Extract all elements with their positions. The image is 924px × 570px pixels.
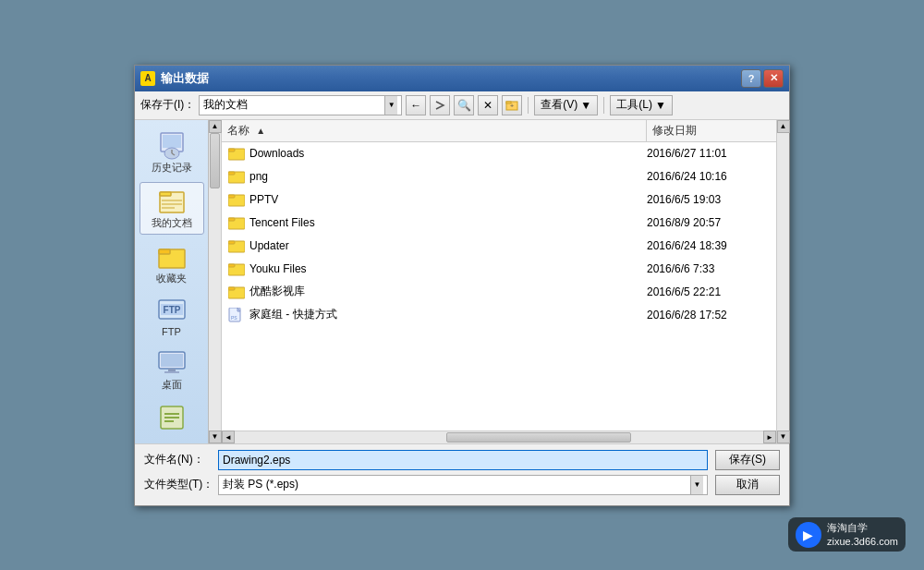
watermark-site: 海淘自学: [827, 521, 898, 534]
hscroll-thumb[interactable]: [446, 432, 631, 443]
sidebar-icon-favorites: [157, 242, 187, 272]
file-date: 2016/6/28 17:52: [647, 309, 776, 321]
scroll-thumb[interactable]: [210, 133, 220, 188]
svg-rect-9: [160, 192, 171, 196]
close-button[interactable]: ✕: [763, 69, 784, 88]
file-date: 2016/6/24 10:16: [647, 170, 776, 183]
toolbar-separator2: [603, 97, 604, 114]
view-button[interactable]: 查看(V) ▼: [534, 95, 598, 115]
scroll-up-button[interactable]: ▲: [209, 120, 222, 133]
col-date-header[interactable]: 修改日期: [647, 120, 776, 141]
watermark-logo: ▶: [796, 522, 821, 548]
svg-rect-14: [159, 249, 170, 254]
cancel-button[interactable]: 取消: [715, 475, 780, 495]
hscroll-left-button[interactable]: ◄: [222, 431, 235, 443]
file-list: Downloads 2016/6/27 11:01 png 2016/6/24 …: [222, 142, 776, 431]
svg-rect-20: [168, 369, 176, 371]
file-icon: [227, 283, 246, 301]
sidebar-item-history[interactable]: 历史记录: [140, 127, 204, 178]
file-name: Tencent Files: [249, 216, 647, 229]
sidebar-icon-history: [157, 131, 187, 161]
file-list-scrollbar[interactable]: ▲ ▼: [776, 120, 789, 443]
svg-rect-31: [228, 195, 235, 198]
svg-rect-21: [164, 371, 179, 373]
sidebar-scrollbar[interactable]: ▲ ▼: [209, 120, 222, 443]
filetype-combo-arrow[interactable]: ▼: [690, 476, 703, 494]
filename-input[interactable]: [218, 450, 708, 470]
view-label: 查看(V): [541, 97, 578, 113]
svg-rect-19: [161, 354, 183, 367]
file-row[interactable]: png 2016/6/24 10:16: [222, 165, 776, 188]
file-row[interactable]: PPTV 2016/6/5 19:03: [222, 188, 776, 212]
toolbar-separator: [528, 97, 529, 114]
path-combo-arrow[interactable]: ▼: [384, 96, 397, 115]
nav-forward-button[interactable]: [430, 95, 450, 115]
file-scroll-up-button[interactable]: ▲: [777, 120, 790, 133]
svg-rect-4: [163, 135, 181, 148]
file-name: png: [249, 170, 647, 183]
new-folder-button[interactable]: +: [502, 95, 522, 115]
svg-rect-29: [228, 172, 235, 175]
file-name: 家庭组 - 快捷方式: [249, 307, 647, 322]
file-row[interactable]: Downloads 2016/6/27 11:01: [222, 142, 776, 165]
title-bar: A 输出数据 ? ✕: [135, 66, 789, 91]
filetype-row: 文件类型(T)： 封装 PS (*.eps) ▼ 取消: [144, 475, 780, 495]
sidebar-item-extra[interactable]: [140, 399, 204, 436]
svg-rect-39: [228, 287, 235, 290]
file-icon: [227, 190, 246, 209]
sidebar-label-history: 历史记录: [152, 161, 192, 175]
sidebar-icon-extra: [157, 403, 187, 432]
delete-button[interactable]: ✕: [478, 95, 498, 115]
nav-back-button[interactable]: ←: [406, 95, 426, 115]
sidebar-label-desktop: 桌面: [162, 378, 182, 392]
file-name: Downloads: [249, 147, 647, 160]
svg-rect-12: [162, 207, 175, 209]
file-row[interactable]: Updater 2016/6/24 18:39: [222, 235, 776, 258]
file-date: 2016/6/24 18:39: [647, 239, 776, 252]
filename-row: 文件名(N)： 保存(S): [144, 450, 780, 470]
file-date: 2016/6/6 7:33: [647, 262, 776, 275]
save-button[interactable]: 保存(S): [715, 450, 780, 470]
file-date: 2016/6/5 22:21: [647, 285, 776, 298]
file-name: Youku Files: [249, 262, 647, 275]
col-name-header[interactable]: 名称 ▲: [222, 120, 647, 141]
file-row[interactable]: Tencent Files 2016/8/9 20:57: [222, 212, 776, 235]
hscroll-right-button[interactable]: ►: [763, 431, 776, 443]
sidebar: 历史记录 我的文档 收藏夹 FTP FTP: [135, 120, 209, 443]
main-content: 历史记录 我的文档 收藏夹 FTP FTP: [135, 120, 789, 443]
svg-rect-37: [228, 264, 235, 267]
svg-rect-33: [228, 218, 235, 221]
watermark-url: zixue.3d66.com: [827, 535, 898, 548]
file-scroll-down-button[interactable]: ▼: [777, 431, 790, 443]
save-at-label: 保存于(I)：: [140, 97, 195, 113]
bottom-area: 文件名(N)： 保存(S) 文件类型(T)： 封装 PS (*.eps) ▼ 取…: [135, 443, 789, 505]
file-icon: [227, 236, 246, 255]
sidebar-icon-ftp: FTP: [157, 297, 187, 326]
file-date: 2016/6/5 19:03: [647, 193, 776, 206]
dialog-window: A 输出数据 ? ✕ 保存于(I)： 我的文档 ▼ ← 🔍 ✕ + 查看(: [134, 65, 790, 506]
file-icon: PS: [227, 306, 246, 324]
path-value: 我的文档: [203, 97, 248, 113]
window-title: 输出数据: [161, 70, 741, 87]
file-row[interactable]: PS 家庭组 - 快捷方式 2016/6/28 17:52: [222, 304, 776, 327]
sidebar-item-ftp[interactable]: FTP FTP: [140, 293, 204, 341]
tools-button[interactable]: 工具(L) ▼: [610, 95, 673, 115]
search-button[interactable]: 🔍: [454, 95, 474, 115]
filetype-value: 封装 PS (*.eps): [223, 477, 298, 492]
toolbar: 保存于(I)： 我的文档 ▼ ← 🔍 ✕ + 查看(V) ▼ 工具(L) ▼: [135, 91, 789, 120]
scroll-down-button[interactable]: ▼: [209, 431, 222, 443]
filetype-combo[interactable]: 封装 PS (*.eps) ▼: [218, 475, 708, 495]
filetype-label: 文件类型(T)：: [144, 477, 218, 492]
filename-label: 文件名(N)：: [144, 452, 218, 467]
file-name: 优酷影视库: [249, 284, 647, 299]
help-button[interactable]: ?: [741, 69, 761, 88]
file-row[interactable]: 优酷影视库 2016/6/5 22:21: [222, 281, 776, 304]
file-row[interactable]: Youku Files 2016/6/6 7:33: [222, 258, 776, 281]
sidebar-item-favorites[interactable]: 收藏夹: [140, 238, 204, 289]
path-combobox[interactable]: 我的文档 ▼: [199, 95, 402, 115]
tools-label: 工具(L): [616, 97, 652, 113]
watermark-text: 海淘自学 zixue.3d66.com: [827, 521, 898, 548]
sidebar-item-desktop[interactable]: 桌面: [140, 345, 204, 395]
sidebar-item-mydocs[interactable]: 我的文档: [140, 182, 204, 235]
horizontal-scrollbar[interactable]: ◄ ►: [222, 431, 776, 443]
